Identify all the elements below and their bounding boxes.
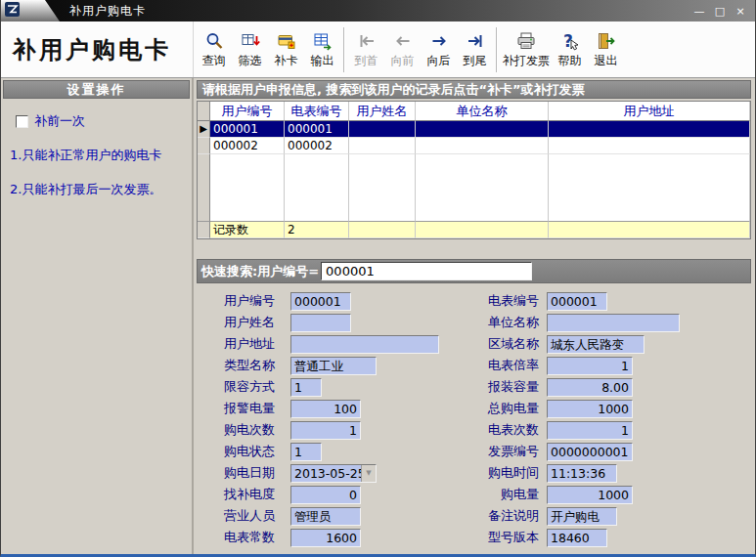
field-type-name[interactable]: 普通工业 xyxy=(290,357,377,375)
table-row[interactable]: ▶000001000001 xyxy=(198,121,750,138)
row-selector: ▶ xyxy=(198,121,210,138)
form-field-unit-name: 单位名称 xyxy=(457,314,680,332)
column-header[interactable]: 用户姓名 xyxy=(349,102,416,121)
export-icon xyxy=(313,30,333,52)
dropdown-icon[interactable]: ▼ xyxy=(361,465,376,482)
table-row[interactable]: 000002000002 xyxy=(198,138,750,154)
titlebar: 补用户购电卡 — □ × xyxy=(1,0,755,21)
row-selector xyxy=(198,138,210,154)
toolbar-button-filter[interactable]: 筛选 xyxy=(232,24,268,75)
form-field-alarm-energy: 报警电量100 xyxy=(224,400,457,418)
field-installed-capacity[interactable]: 8.00 xyxy=(547,378,633,397)
field-meter-ratio[interactable]: 1 xyxy=(547,357,633,375)
checkbox-icon[interactable] xyxy=(16,115,28,128)
empty-row xyxy=(198,188,750,204)
table-cell xyxy=(285,188,349,204)
field-meter-count[interactable]: 1 xyxy=(547,421,633,440)
toolbar-button-go-next[interactable]: 向后 xyxy=(421,24,457,75)
field-total-purchase-energy[interactable]: 1000 xyxy=(547,400,633,418)
form-field-purchase-date: 购电日期2013-05-25▼ xyxy=(224,464,457,483)
field-user-address[interactable] xyxy=(290,335,439,354)
field-label-purchase-time: 购电时间 xyxy=(457,464,539,482)
field-operator[interactable]: 管理员 xyxy=(290,507,361,526)
card-icon xyxy=(277,30,296,52)
first-icon xyxy=(357,30,377,52)
field-label-user-name: 用户姓名 xyxy=(224,314,285,331)
field-user-name[interactable] xyxy=(290,314,351,332)
field-invoice-number[interactable]: 0000000001 xyxy=(547,443,633,461)
previous-once-checkbox-row[interactable]: 补前一次 xyxy=(16,112,190,130)
table-cell xyxy=(210,188,285,204)
content-area: 设置操作 补前一次 1.只能补正常用户的购电卡2.只能补打最后一次发票。 请根据… xyxy=(1,78,755,554)
table-cell: 000002 xyxy=(285,138,349,154)
form-field-model-version: 型号版本18460 xyxy=(457,529,607,547)
field-capacity-limit-mode[interactable]: 1 xyxy=(290,378,322,397)
field-unit-name[interactable] xyxy=(547,314,680,332)
last-icon xyxy=(466,30,485,52)
form-field-user-name: 用户姓名 xyxy=(224,314,457,332)
toolbar-button-label: 到首 xyxy=(355,53,378,69)
form-field-invoice-number: 发票编号0000000001 xyxy=(457,443,633,461)
toolbar-button-go-first[interactable]: 到首 xyxy=(348,24,384,75)
close-icon[interactable]: × xyxy=(732,4,749,19)
table-cell xyxy=(549,221,750,238)
page-header: 补用户购电卡 查询筛选补卡输出到首向前向后到尾补打发票?帮助退出 xyxy=(1,21,755,78)
toolbar-button-export[interactable]: 输出 xyxy=(304,24,340,75)
column-header[interactable]: 单位名称 xyxy=(416,102,549,121)
field-remark[interactable]: 开户购电 xyxy=(547,507,617,526)
table-cell xyxy=(210,171,285,188)
column-header[interactable]: 用户地址 xyxy=(549,102,750,121)
toolbar-button-label: 向前 xyxy=(391,53,415,69)
table-cell xyxy=(416,221,549,238)
field-purchase-time[interactable]: 11:13:36 xyxy=(547,464,617,483)
minimize-icon[interactable]: — xyxy=(690,4,708,19)
prev-icon xyxy=(393,30,413,52)
field-area-name[interactable]: 城东人民路变 xyxy=(547,335,645,354)
form-row: 限容方式1报装容量8.00 xyxy=(224,376,751,398)
field-purchase-status[interactable]: 1 xyxy=(290,443,322,461)
field-purchase-energy[interactable]: 1000 xyxy=(547,486,633,504)
search-input[interactable] xyxy=(321,262,532,280)
field-adjust-energy[interactable]: 0 xyxy=(290,486,361,504)
row-selector-header xyxy=(198,102,210,121)
column-header[interactable]: 电表编号 xyxy=(285,102,349,121)
field-meter-constant[interactable]: 1600 xyxy=(290,529,361,547)
field-meter-id[interactable]: 000001 xyxy=(547,292,607,311)
main-panel: 请根据用户申报信息, 搜索到该用户的记录后点击“补卡”或补打发票 用户编号电表编… xyxy=(194,78,755,554)
form-field-operator: 营业人员管理员 xyxy=(224,507,457,526)
table-cell xyxy=(349,221,416,238)
field-purchase-date[interactable]: 2013-05-25▼ xyxy=(290,464,377,483)
form-row: 用户地址区域名称城东人民路变 xyxy=(224,333,751,355)
search-icon xyxy=(204,30,224,52)
table-cell xyxy=(416,154,549,171)
maximize-icon[interactable]: □ xyxy=(711,4,729,19)
app-window: 补用户购电卡 — □ × 补用户购电卡 查询筛选补卡输出到首向前向后到尾补打发票… xyxy=(0,0,756,557)
toolbar-button-label: 退出 xyxy=(595,53,618,69)
field-purchase-count[interactable]: 1 xyxy=(290,421,361,440)
toolbar-button-go-last[interactable]: 到尾 xyxy=(457,24,493,75)
form-field-meter-constant: 电表常数1600 xyxy=(224,529,457,547)
column-header[interactable]: 用户编号 xyxy=(210,102,285,121)
toolbar-button-go-previous[interactable]: 向前 xyxy=(384,24,421,75)
field-alarm-energy[interactable]: 100 xyxy=(290,400,361,418)
table-cell xyxy=(349,188,416,204)
field-label-user-id: 用户编号 xyxy=(224,292,285,310)
toolbar-button-help[interactable]: ?帮助 xyxy=(552,24,588,75)
field-model-version[interactable]: 18460 xyxy=(547,529,607,547)
toolbar-button-reissue-card[interactable]: 补卡 xyxy=(268,24,304,75)
records-table: 用户编号电表编号用户姓名单位名称用户地址▶0000010000010000020… xyxy=(197,101,751,239)
row-selector xyxy=(198,154,210,171)
toolbar-button-query[interactable]: 查询 xyxy=(196,24,232,75)
form-row: 购电日期2013-05-25▼购电时间11:13:36 xyxy=(224,462,751,484)
field-user-id[interactable]: 000001 xyxy=(290,292,351,311)
form-field-user-address: 用户地址 xyxy=(224,335,457,354)
form-field-type-name: 类型名称普通工业 xyxy=(224,357,457,375)
form-field-purchase-status: 购电状态1 xyxy=(224,443,457,461)
form-field-meter-id: 电表编号000001 xyxy=(457,292,607,311)
row-selector xyxy=(198,204,210,221)
toolbar-button-reprint-invoice[interactable]: 补打发票 xyxy=(501,24,552,75)
form-field-purchase-time: 购电时间11:13:36 xyxy=(457,464,617,483)
toolbar-button-exit[interactable]: 退出 xyxy=(588,24,624,75)
form-row: 找补电度0购电量1000 xyxy=(224,484,751,505)
field-label-meter-id: 电表编号 xyxy=(457,292,539,310)
